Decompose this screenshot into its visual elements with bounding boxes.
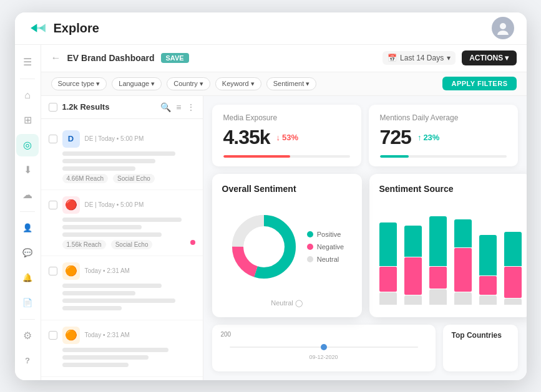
legend-item-positive: Positive bbox=[307, 231, 344, 238]
countries-card: Top Countries bbox=[443, 325, 518, 371]
bar-chart-area bbox=[379, 201, 522, 307]
bar-neutral-2 bbox=[404, 295, 422, 305]
reach-tag: 4.66M Reach bbox=[62, 174, 108, 183]
result-item[interactable]: 🔴 DE | Today • 5:00 PM bbox=[41, 190, 203, 256]
svg-rect-0 bbox=[32, 27, 43, 29]
result-checkbox[interactable] bbox=[49, 331, 57, 340]
sidebar-icon-menu[interactable]: ☰ bbox=[16, 51, 39, 74]
result-footer: 4.66M Reach Social Echo bbox=[62, 174, 195, 183]
calendar-icon: 📅 bbox=[387, 54, 397, 62]
sidebar-icon-reports[interactable]: 📄 bbox=[16, 292, 39, 314]
countries-title: Top Countries bbox=[452, 331, 509, 340]
echo-tag: Social Echo bbox=[113, 174, 155, 183]
filter-language[interactable]: Language ▾ bbox=[112, 77, 162, 90]
logo: Explore bbox=[27, 21, 99, 36]
bottom-area: 200 09-12-2020 Top Countries bbox=[212, 325, 518, 371]
metric-bar-exposure bbox=[223, 155, 350, 158]
legend-dot-positive bbox=[307, 231, 313, 237]
back-button[interactable]: ← bbox=[51, 52, 61, 64]
save-button[interactable]: SAVE bbox=[161, 53, 189, 63]
result-lines bbox=[62, 151, 195, 171]
bar-positive-2 bbox=[404, 226, 422, 257]
dashboard-body: 1.2k Results 🔍 ≡ ⋮ D DE | Today bbox=[41, 96, 527, 380]
bar-neutral-1 bbox=[379, 292, 397, 305]
bar-negative-6 bbox=[504, 267, 522, 298]
apply-filters-button[interactable]: APPLY FILTERS bbox=[442, 77, 516, 90]
sidebar-icon-alerts[interactable]: 🔔 bbox=[16, 267, 39, 289]
metric-card-exposure: Media Exposure 4.35k ↓ 53% bbox=[212, 105, 361, 166]
date-range-picker[interactable]: 📅 Last 14 Days ▾ bbox=[383, 51, 456, 65]
select-all-checkbox[interactable] bbox=[49, 103, 57, 112]
result-avatar: 🟠 bbox=[62, 262, 80, 280]
filter-source-type[interactable]: Source type ▾ bbox=[51, 77, 107, 90]
sidebar-icon-grid[interactable]: ⊞ bbox=[16, 109, 39, 131]
actions-button[interactable]: ACTIONS ▾ bbox=[462, 50, 516, 65]
filter-sentiment-label: Sentiment ▾ bbox=[273, 80, 310, 88]
arrow-down-icon: ↓ bbox=[276, 133, 281, 142]
sidebar-icon-help[interactable]: ? bbox=[16, 350, 39, 372]
filter-keyword[interactable]: Keyword ▾ bbox=[215, 77, 261, 90]
bar-group-2 bbox=[404, 226, 422, 305]
filter-sentiment[interactable]: Sentiment ▾ bbox=[266, 77, 317, 90]
arrow-up-icon: ↑ bbox=[417, 133, 422, 142]
bar-stack-6 bbox=[504, 232, 522, 305]
sidebar-icon-settings2[interactable]: ⚙ bbox=[16, 325, 39, 347]
donut-legend: Positive Negative Neutral bbox=[307, 231, 344, 263]
metric-card-mentions: Mentions Daily Average 725 ↑ 23% bbox=[369, 105, 518, 166]
bar-neutral-5 bbox=[479, 295, 497, 305]
avatar[interactable] bbox=[492, 17, 514, 39]
sentiment-card-title: Overall Sentiment bbox=[222, 184, 352, 194]
sidebar-icon-home[interactable]: ⌂ bbox=[16, 84, 39, 107]
dashboard-title: EV Brand Dashboard bbox=[67, 53, 155, 63]
sidebar-icon-users[interactable]: 👤 bbox=[16, 217, 39, 239]
sidebar-icon-cloud[interactable]: ☁ bbox=[16, 184, 39, 206]
svg-point-7 bbox=[246, 229, 281, 264]
bar-stack-4 bbox=[454, 219, 472, 305]
filter-icon[interactable]: ≡ bbox=[176, 102, 181, 112]
bar-group-4 bbox=[454, 219, 472, 305]
result-checkbox[interactable] bbox=[49, 135, 57, 143]
content-area: ← EV Brand Dashboard SAVE 📅 Last 14 Days… bbox=[41, 45, 527, 380]
sidebar-icon-chat[interactable]: 💬 bbox=[16, 242, 39, 264]
more-icon[interactable]: ⋮ bbox=[187, 102, 195, 112]
metric-bar-fill-mentions bbox=[380, 155, 409, 158]
top-bar: Explore bbox=[15, 12, 527, 45]
legend-label-positive: Positive bbox=[317, 231, 341, 238]
result-item[interactable]: D DE | Today • 5:00 PM bbox=[41, 124, 203, 190]
bar-neutral-6 bbox=[504, 299, 522, 305]
bar-group-5 bbox=[479, 235, 497, 305]
sidebar-icon-download[interactable]: ⬇ bbox=[16, 159, 39, 181]
app-container: Explore ☰ ⌂ ⊞ ◎ ⬇ ☁ 👤 💬 🔔 📄 bbox=[15, 12, 527, 380]
filter-keyword-label: Keyword ▾ bbox=[222, 80, 255, 88]
main-content: ☰ ⌂ ⊞ ◎ ⬇ ☁ 👤 💬 🔔 📄 ⚙ ? ← EV Brand Dashb… bbox=[15, 45, 527, 380]
metric-cards: Media Exposure 4.35k ↓ 53% bbox=[212, 105, 518, 166]
reach-tag: 1.56k Reach bbox=[62, 240, 106, 249]
result-lines bbox=[62, 218, 195, 237]
result-item[interactable]: 🟠 Today • 2:31 AM bbox=[41, 320, 203, 377]
bar-negative-1 bbox=[379, 267, 397, 292]
result-footer: 1.56k Reach Social Echo bbox=[62, 240, 195, 249]
result-item[interactable]: 🟠 Today • 2:31 AM bbox=[41, 256, 203, 320]
timeline-y-label: 200 bbox=[221, 331, 427, 338]
bar-stack-2 bbox=[404, 226, 422, 305]
metric-bar-fill-exposure bbox=[223, 155, 291, 158]
metric-badge-exposure: ↓ 53% bbox=[276, 133, 299, 142]
results-panel: 1.2k Results 🔍 ≡ ⋮ D DE | Today bbox=[41, 96, 203, 380]
search-icon[interactable]: 🔍 bbox=[160, 102, 171, 112]
bar-stack-3 bbox=[429, 216, 447, 305]
bar-neutral-3 bbox=[429, 289, 447, 305]
source-card-title: Sentiment Source bbox=[379, 184, 522, 194]
echo-tag: Social Echo bbox=[111, 240, 153, 249]
bar-stack-1 bbox=[379, 222, 397, 305]
sidebar-icon-explore[interactable]: ◎ bbox=[16, 134, 39, 156]
result-checkbox[interactable] bbox=[49, 267, 57, 275]
result-meta: DE | Today • 5:00 PM bbox=[85, 201, 195, 208]
result-avatar: 🟠 bbox=[62, 327, 80, 344]
metric-value-exposure: 4.35k bbox=[223, 126, 270, 149]
legend-item-negative: Negative bbox=[307, 243, 344, 251]
bar-positive-4 bbox=[454, 219, 472, 247]
metric-badge-mentions: ↑ 23% bbox=[417, 133, 440, 142]
legend-dot-neutral bbox=[307, 256, 313, 262]
result-checkbox[interactable] bbox=[49, 201, 57, 209]
filter-country[interactable]: Country ▾ bbox=[167, 77, 210, 90]
